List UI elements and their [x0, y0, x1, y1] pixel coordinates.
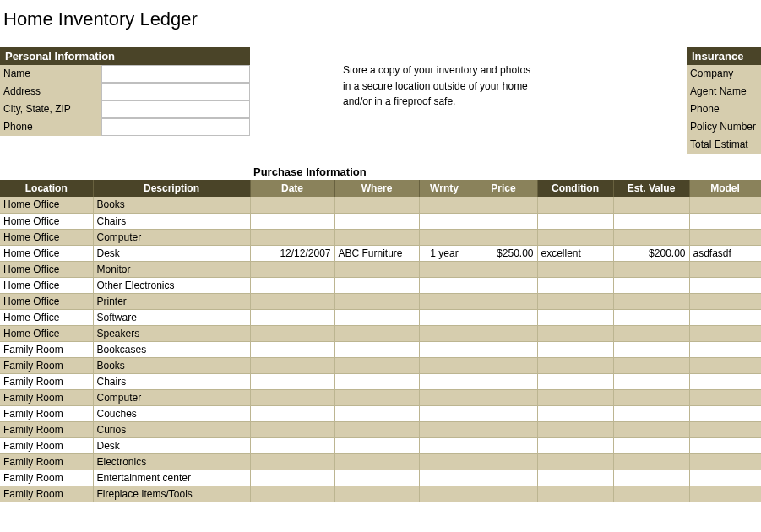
cell-where[interactable] — [334, 389, 419, 405]
cell-location[interactable]: Home Office — [0, 261, 93, 277]
cell-where[interactable] — [334, 470, 419, 486]
cell-description[interactable]: Computer — [93, 389, 250, 405]
cell-model[interactable] — [689, 325, 761, 341]
cell-model[interactable] — [689, 405, 761, 421]
table-row[interactable]: Home OfficeDesk12/12/2007ABC Furniture1 … — [0, 245, 761, 261]
cell-wrnty[interactable] — [419, 309, 470, 325]
cell-condition[interactable] — [537, 389, 613, 405]
cell-model[interactable] — [689, 293, 761, 309]
cell-price[interactable] — [470, 453, 537, 470]
cell-wrnty[interactable] — [419, 389, 470, 405]
cell-description[interactable]: Printer — [93, 293, 250, 309]
cell-location[interactable]: Home Office — [0, 277, 93, 293]
cell-model[interactable] — [689, 229, 761, 245]
cell-model[interactable] — [689, 373, 761, 389]
cell-price[interactable] — [470, 197, 537, 213]
table-row[interactable]: Home OfficeOther Electronics — [0, 277, 761, 293]
cell-est_value[interactable] — [613, 437, 689, 453]
cell-est_value[interactable]: $200.00 — [613, 245, 689, 261]
cell-location[interactable]: Family Room — [0, 486, 93, 502]
cell-date[interactable] — [250, 437, 334, 453]
cell-location[interactable]: Family Room — [0, 470, 93, 486]
cell-description[interactable]: Bookcases — [93, 341, 250, 357]
cell-est_value[interactable] — [613, 325, 689, 341]
table-row[interactable]: Family RoomChairs — [0, 373, 761, 389]
cell-location[interactable]: Family Room — [0, 341, 93, 357]
cell-where[interactable] — [334, 373, 419, 389]
cell-condition[interactable] — [537, 213, 613, 229]
cell-where[interactable]: ABC Furniture — [334, 245, 419, 261]
cell-location[interactable]: Home Office — [0, 229, 93, 245]
cell-where[interactable] — [334, 341, 419, 357]
cell-wrnty[interactable] — [419, 229, 470, 245]
cell-condition[interactable]: excellent — [537, 245, 613, 261]
cell-est_value[interactable] — [613, 486, 689, 502]
cell-wrnty[interactable]: 1 year — [419, 245, 470, 261]
table-row[interactable]: Home OfficeSpeakers — [0, 325, 761, 341]
table-row[interactable]: Family RoomBookcases — [0, 341, 761, 357]
cell-date[interactable] — [250, 325, 334, 341]
cell-price[interactable] — [470, 357, 537, 373]
cell-where[interactable] — [334, 486, 419, 502]
cell-description[interactable]: Desk — [93, 245, 250, 261]
cell-description[interactable]: Monitor — [93, 261, 250, 277]
cell-description[interactable]: Computer — [93, 229, 250, 245]
table-row[interactable]: Family RoomBooks — [0, 357, 761, 373]
cell-date[interactable] — [250, 453, 334, 470]
cell-wrnty[interactable] — [419, 405, 470, 421]
cell-price[interactable] — [470, 277, 537, 293]
cell-where[interactable] — [334, 277, 419, 293]
cell-location[interactable]: Home Office — [0, 293, 93, 309]
cell-condition[interactable] — [537, 405, 613, 421]
cell-location[interactable]: Family Room — [0, 373, 93, 389]
cell-model[interactable] — [689, 197, 761, 213]
cell-location[interactable]: Family Room — [0, 357, 93, 373]
cell-location[interactable]: Family Room — [0, 437, 93, 453]
personal-field-input[interactable] — [101, 83, 250, 100]
cell-est_value[interactable] — [613, 261, 689, 277]
table-row[interactable]: Home OfficeBooks — [0, 197, 761, 213]
cell-wrnty[interactable] — [419, 373, 470, 389]
cell-where[interactable] — [334, 213, 419, 229]
cell-condition[interactable] — [537, 293, 613, 309]
cell-wrnty[interactable] — [419, 325, 470, 341]
table-row[interactable]: Home OfficeComputer — [0, 229, 761, 245]
cell-description[interactable]: Couches — [93, 405, 250, 421]
table-row[interactable]: Home OfficeChairs — [0, 213, 761, 229]
cell-date[interactable] — [250, 389, 334, 405]
cell-condition[interactable] — [537, 453, 613, 470]
cell-location[interactable]: Home Office — [0, 213, 93, 229]
cell-wrnty[interactable] — [419, 261, 470, 277]
table-row[interactable]: Family RoomElectronics — [0, 453, 761, 470]
cell-price[interactable]: $250.00 — [470, 245, 537, 261]
cell-price[interactable] — [470, 261, 537, 277]
cell-wrnty[interactable] — [419, 357, 470, 373]
cell-model[interactable] — [689, 261, 761, 277]
cell-condition[interactable] — [537, 277, 613, 293]
cell-location[interactable]: Family Room — [0, 421, 93, 437]
cell-date[interactable] — [250, 229, 334, 245]
cell-price[interactable] — [470, 405, 537, 421]
personal-field-input[interactable] — [101, 65, 250, 83]
table-row[interactable]: Family RoomDesk — [0, 437, 761, 453]
cell-price[interactable] — [470, 309, 537, 325]
cell-date[interactable] — [250, 213, 334, 229]
cell-condition[interactable] — [537, 421, 613, 437]
cell-price[interactable] — [470, 421, 537, 437]
personal-field-input[interactable] — [101, 118, 250, 136]
cell-wrnty[interactable] — [419, 437, 470, 453]
cell-price[interactable] — [470, 341, 537, 357]
cell-where[interactable] — [334, 197, 419, 213]
personal-field-input[interactable] — [101, 100, 250, 118]
cell-est_value[interactable] — [613, 389, 689, 405]
cell-date[interactable] — [250, 357, 334, 373]
cell-wrnty[interactable] — [419, 293, 470, 309]
cell-location[interactable]: Home Office — [0, 197, 93, 213]
table-row[interactable]: Family RoomFireplace Items/Tools — [0, 486, 761, 502]
cell-model[interactable] — [689, 470, 761, 486]
table-row[interactable]: Family RoomComputer — [0, 389, 761, 405]
cell-where[interactable] — [334, 357, 419, 373]
cell-model[interactable] — [689, 277, 761, 293]
cell-price[interactable] — [470, 389, 537, 405]
cell-date[interactable]: 12/12/2007 — [250, 245, 334, 261]
